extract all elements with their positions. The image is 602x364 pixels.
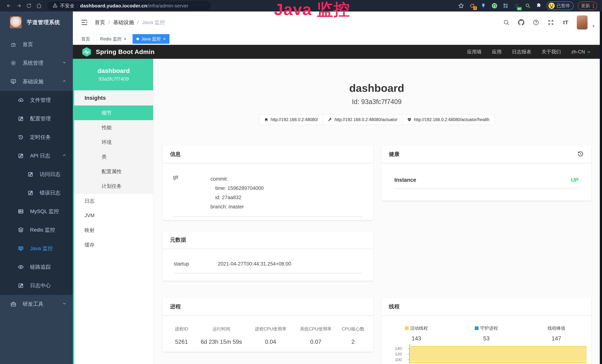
instance-nav-jvm[interactable]: JVM	[74, 208, 153, 223]
sba-logo-icon	[81, 47, 92, 57]
sidebar-item-file-management[interactable]: 文件管理	[0, 91, 73, 109]
tags-view-bar: 首页 Redis 监控 Java 监控	[73, 33, 602, 45]
instance-nav-config-props[interactable]: 配置属性	[74, 164, 153, 179]
breadcrumb-infrastructure[interactable]: 基础设施	[113, 19, 134, 26]
close-icon[interactable]	[163, 36, 166, 42]
sidebar-item-config-management[interactable]: 配置管理	[0, 109, 73, 128]
caret-down-icon[interactable]: ▼	[592, 24, 595, 28]
instance-sidebar: dashboard 93a3fc7f7409 Insights 细节 性能 环境…	[73, 59, 153, 364]
sidebar-item-access-logs[interactable]: 访问日志	[0, 165, 73, 183]
endpoint-health-button[interactable]: http://192.168.0.2:48080/actuator/health	[402, 114, 494, 125]
sidebar-item-scheduled-tasks[interactable]: 定时任务	[0, 128, 73, 147]
instance-nav-environment[interactable]: 环境	[74, 135, 153, 150]
back-arrow-icon[interactable]	[5, 2, 13, 10]
info-card-title: 信息	[170, 150, 181, 158]
instance-header[interactable]: dashboard 93a3fc7f7409	[74, 59, 153, 90]
sidebar-item-redis-monitor[interactable]: Redis 监控	[0, 221, 73, 239]
process-col-process-cpu: 进程CPU使用率	[248, 326, 293, 332]
instance-nav-classes[interactable]: 类	[74, 150, 153, 164]
health-card-title: 健康	[389, 150, 399, 158]
history-icon[interactable]	[577, 150, 584, 158]
metadata-key-startup: startup	[174, 261, 218, 267]
sidebar-item-api-logs[interactable]: API 日志	[0, 147, 73, 165]
sidebar-item-error-logs[interactable]: 错误日志	[0, 183, 73, 202]
tab-redis-monitor[interactable]: Redis 监控	[96, 34, 130, 44]
instance-nav-details[interactable]: 细节	[74, 106, 153, 120]
sidebar-item-tracing[interactable]: 链路追踪	[0, 258, 73, 276]
home-icon[interactable]	[35, 2, 43, 10]
github-icon[interactable]	[517, 19, 525, 26]
tab-home[interactable]: 首页	[77, 34, 94, 44]
endpoint-home-button[interactable]: http://192.168.0.2:48080/	[259, 114, 323, 125]
kebab-menu-icon[interactable]	[593, 4, 594, 8]
extension-green-y-icon[interactable]: y	[491, 2, 498, 9]
close-icon[interactable]	[124, 36, 127, 42]
annotation-java-monitor: Java 监控	[274, 0, 350, 21]
chevron-down-icon	[587, 50, 591, 54]
sidebar-item-log-center[interactable]: 日志中心	[0, 276, 73, 295]
sba-nav-journal[interactable]: 日志报表	[512, 49, 531, 55]
live-threads-area	[409, 346, 587, 362]
wrench-icon	[328, 117, 332, 122]
chrome-update-button[interactable]: 更新	[578, 1, 597, 10]
breadcrumb-current: Java 监控	[142, 19, 165, 26]
info-git-value: commit: time: 1596289704000 id: 27aa832 …	[210, 174, 264, 211]
insights-section-label: Insights	[74, 90, 153, 106]
svg-text:y: y	[494, 4, 495, 7]
fullscreen-icon[interactable]	[547, 19, 555, 26]
health-instance-label[interactable]: Instance	[394, 177, 416, 183]
row-divider	[173, 217, 363, 217]
tab-java-monitor[interactable]: Java 监控	[133, 34, 170, 44]
y-tick-120: 120	[389, 352, 402, 357]
sidebar-item-dev-tools[interactable]: 研发工具	[0, 295, 73, 313]
sidebar-item-system[interactable]: 系统管理	[0, 54, 73, 72]
forward-arrow-icon[interactable]	[15, 2, 23, 10]
scrollbar-track[interactable]	[600, 11, 602, 364]
breadcrumb-home[interactable]: 首页	[95, 19, 105, 26]
extension-pin-icon[interactable]	[480, 2, 487, 9]
screenshot-root: 不安全 dashboard.yudao.iocoder.cn/infra/adm…	[0, 0, 602, 364]
threads-chart: 140 120 100	[389, 344, 587, 364]
extension-orange-icon[interactable]: 1	[469, 2, 476, 9]
sidebar-item-java-monitor[interactable]: Java 监控	[0, 239, 73, 258]
chevron-up-icon	[62, 79, 66, 85]
sba-nav-about[interactable]: 关于我们	[542, 49, 561, 55]
sidebar-item-home[interactable]: 首页	[0, 35, 73, 54]
sba-nav-applications[interactable]: 应用	[492, 49, 502, 55]
extension-on-icon[interactable]: on	[513, 2, 520, 9]
hamburger-icon[interactable]	[80, 18, 88, 27]
security-label[interactable]: 不安全	[60, 3, 75, 9]
sba-nav-wallboard[interactable]: 应用墙	[467, 49, 482, 55]
font-size-icon[interactable]: tT	[562, 19, 569, 26]
instance-nav-mappings[interactable]: 映射	[74, 223, 153, 237]
sba-locale-select[interactable]: zh-CN	[571, 49, 591, 55]
help-icon[interactable]	[532, 19, 540, 26]
sidebar-item-infrastructure[interactable]: 基础设施	[0, 72, 73, 91]
instance-nav-logs[interactable]: 日志	[74, 193, 153, 208]
sidebar-item-mysql-monitor[interactable]: MySQL 监控	[0, 202, 73, 221]
avatar[interactable]	[577, 15, 588, 30]
on-badge: on	[517, 7, 522, 11]
page-title: dashboard	[153, 82, 600, 94]
instance-nav-caches[interactable]: 缓存	[74, 237, 153, 252]
puzzle-icon[interactable]	[536, 2, 542, 9]
extension-grid-icon[interactable]	[502, 2, 509, 9]
sba-brand[interactable]: Spring Boot Admin	[81, 47, 155, 57]
reload-icon[interactable]	[25, 2, 33, 10]
bookmark-star-icon[interactable]	[458, 2, 465, 9]
url-divider	[77, 3, 77, 8]
endpoint-actuator-button[interactable]: http://192.168.0.2:48080/actuator	[323, 114, 402, 125]
legend-daemon-threads: 守护进程	[452, 325, 522, 331]
search-icon[interactable]	[503, 19, 510, 26]
profile-paused-chip[interactable]: 已暂停	[547, 1, 574, 10]
monitor-icon	[10, 79, 16, 85]
process-val-system-cpu: 0.07	[293, 339, 338, 345]
address-bar[interactable]: 不安全 dashboard.yudao.iocoder.cn/infra/adm…	[47, 1, 211, 10]
instance-nav-metrics[interactable]: 性能	[74, 120, 153, 135]
extension-badge: 1	[473, 6, 477, 10]
live-threads-value: 143	[381, 335, 452, 342]
extension-search-icon[interactable]	[524, 2, 531, 9]
instance-nav-scheduled-tasks[interactable]: 计划任务	[74, 179, 153, 193]
breadcrumb-separator: /	[137, 20, 139, 25]
app-logo-row[interactable]: 芋道管理系统	[0, 11, 73, 33]
